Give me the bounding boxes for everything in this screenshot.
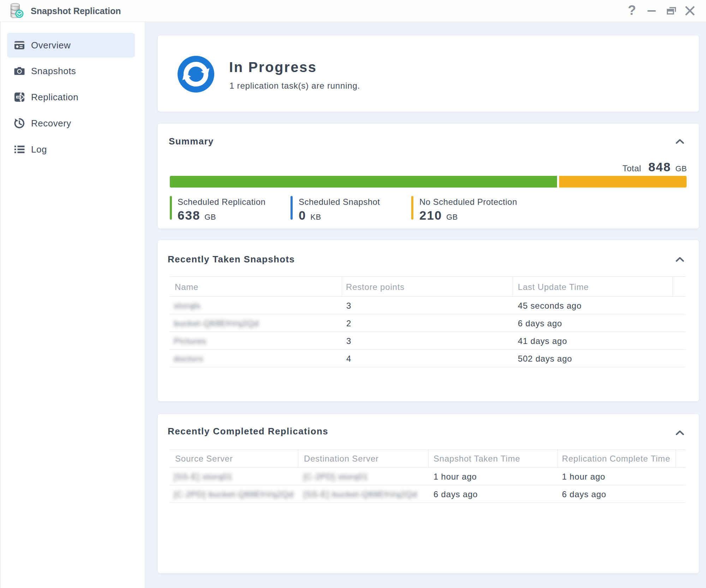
svg-text:?: ? <box>628 5 636 17</box>
